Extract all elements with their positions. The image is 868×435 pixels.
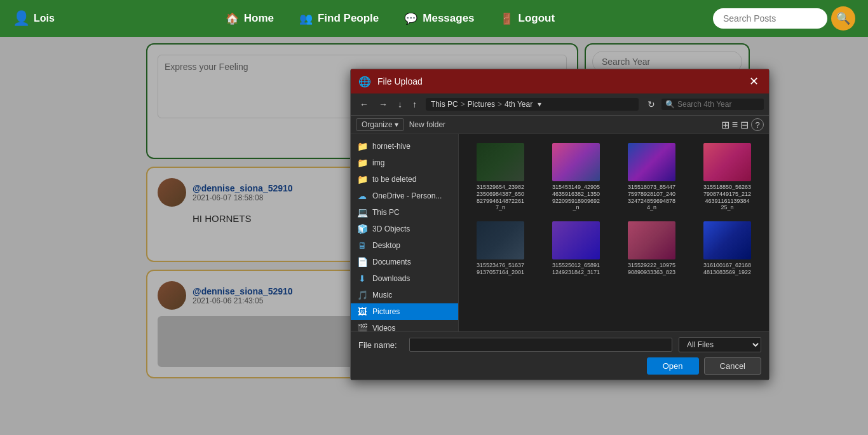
user-icon: 👤: [13, 10, 30, 27]
dialog-body: 📁 hornet-hive 📁 img 📁 to be deleted ☁ On…: [351, 134, 769, 331]
file-item[interactable]: 315525012_658911249231842_3171: [539, 218, 613, 280]
file-thumbnail: [477, 221, 524, 259]
up-button[interactable]: ↓: [394, 97, 406, 111]
nav-item-this-pc[interactable]: 💻 This PC: [351, 204, 458, 221]
filename-label: File name:: [358, 340, 403, 350]
file-thumbnail: [552, 221, 600, 259]
dialog-title: File Upload: [377, 76, 740, 86]
filename-input[interactable]: [409, 338, 672, 352]
navbar: 👤 Lois 🏠 Home 👥 Find People 💬 Messages 🚪…: [0, 0, 868, 37]
file-item[interactable]: 316100167_621684813083569_1922: [691, 218, 764, 280]
cancel-button[interactable]: Cancel: [704, 357, 761, 375]
nav-item-label: Desktop: [372, 241, 400, 250]
breadcrumb-4th-year[interactable]: 4th Year: [505, 100, 532, 109]
file-item[interactable]: 315523476_516379137057164_2001: [464, 218, 537, 280]
nav-item-onedrive[interactable]: ☁ OneDrive - Person...: [351, 188, 458, 204]
folder-icon: 📁: [357, 141, 367, 151]
breadcrumb-this-pc[interactable]: This PC: [431, 100, 458, 109]
view-details-button[interactable]: ⊟: [740, 119, 749, 131]
nav-item-downloads[interactable]: ⬇ Downloads: [351, 270, 458, 287]
3d-icon: 🧊: [357, 224, 367, 234]
nav-messages[interactable]: 💬 Messages: [404, 12, 474, 25]
nav-item-label: Documents: [372, 258, 411, 266]
file-item[interactable]: 315529222_1097590890933363_823: [615, 218, 688, 280]
filetype-select[interactable]: All Files: [679, 337, 761, 352]
nav-item-img[interactable]: 📁 img: [351, 155, 458, 171]
dialog-nav: 📁 hornet-hive 📁 img 📁 to be deleted ☁ On…: [351, 134, 459, 331]
breadcrumb-bar: This PC > Pictures > 4th Year ▾: [426, 98, 639, 111]
nav-item-3d-objects[interactable]: 🧊 3D Objects: [351, 221, 458, 237]
nav-logout[interactable]: 🚪 Logout: [500, 12, 555, 25]
help-button[interactable]: ?: [751, 118, 764, 131]
nav-item-label: 3D Objects: [372, 224, 410, 233]
dialog-toolbar: ← → ↓ ↑ This PC > Pictures > 4th Year ▾ …: [351, 93, 769, 116]
nav-item-hornet-hive[interactable]: 📁 hornet-hive: [351, 138, 458, 155]
search-button[interactable]: 🔍: [831, 6, 855, 31]
nav-item-label: This PC: [372, 208, 400, 217]
folder-icon: 📁: [357, 158, 367, 168]
open-button[interactable]: Open: [647, 357, 699, 375]
nav-username: Lois: [34, 13, 55, 24]
videos-icon: 🎬: [357, 323, 367, 331]
file-item[interactable]: 315518073_8544775978928107_2403247248596…: [615, 139, 688, 215]
nav-item-label: OneDrive - Person...: [372, 191, 442, 200]
dialog-bottom: File name: All Files Open Cancel: [351, 331, 769, 380]
view-large-button[interactable]: ⊞: [721, 119, 729, 131]
nav-search-area: 🔍: [713, 6, 855, 31]
view-list-button[interactable]: ≡: [732, 119, 738, 130]
organize-button[interactable]: Organize ▾: [356, 118, 404, 131]
cloud-icon: ☁: [357, 191, 367, 201]
nav-user: 👤 Lois: [13, 10, 55, 27]
nav-item-pictures[interactable]: 🖼 Pictures: [351, 303, 458, 320]
file-thumbnail: [703, 143, 751, 181]
refresh-button[interactable]: ↻: [644, 97, 659, 111]
organize-chevron: ▾: [395, 120, 398, 129]
nav-home[interactable]: 🏠 Home: [226, 12, 274, 25]
downloads-icon: ⬇: [357, 273, 367, 284]
nav-item-documents[interactable]: 📄 Documents: [351, 254, 458, 270]
forward-button[interactable]: →: [375, 97, 391, 111]
file-item[interactable]: 315518850_5626379087449175_2124639116113…: [691, 139, 764, 215]
messages-icon: 💬: [404, 12, 417, 25]
file-item[interactable]: 315453149_429054635916382_13509220959189…: [539, 139, 613, 215]
find-people-icon: 👥: [299, 12, 313, 25]
search-input[interactable]: [713, 8, 827, 29]
nav-item-videos[interactable]: 🎬 Videos: [351, 320, 458, 331]
new-folder-button[interactable]: New folder: [409, 120, 445, 129]
music-icon: 🎵: [357, 290, 367, 300]
view-buttons: ⊞ ≡ ⊟ ?: [721, 118, 764, 131]
file-name: 315518073_8544775978928107_2403247248596…: [628, 184, 675, 211]
nav-find-people[interactable]: 👥 Find People: [299, 12, 379, 25]
nav-item-desktop[interactable]: 🖥 Desktop: [351, 237, 458, 254]
folder-icon: 📁: [357, 174, 367, 184]
breadcrumb-pictures[interactable]: Pictures: [468, 100, 495, 109]
nav-item-to-be-deleted[interactable]: 📁 to be deleted: [351, 171, 458, 188]
filename-row: File name: All Files: [358, 337, 761, 352]
file-name: 315329654_2398223506984387_6508279946148…: [477, 184, 524, 211]
dialog-titlebar: 🌐 File Upload ✕: [351, 69, 769, 93]
file-name: 315525012_658911249231842_3171: [552, 262, 600, 276]
nav-item-label: to be deleted: [372, 175, 416, 184]
dialog-files: 315329654_2398223506984387_6508279946148…: [459, 134, 769, 331]
file-upload-icon: 🌐: [358, 76, 371, 88]
pictures-icon: 🖼: [357, 307, 367, 317]
dialog-close-button[interactable]: ✕: [747, 74, 761, 88]
nav-item-label: img: [372, 158, 384, 167]
file-name: 316100167_621684813083569_1922: [703, 262, 751, 276]
file-item[interactable]: 315329654_2398223506984387_6508279946148…: [464, 139, 537, 215]
file-name: 315518850_5626379087449175_2124639116113…: [703, 184, 751, 211]
file-name: 315453149_429054635916382_13509220959189…: [552, 184, 600, 211]
nav-item-music[interactable]: 🎵 Music: [351, 287, 458, 303]
updir-button[interactable]: ↑: [409, 97, 421, 111]
file-thumbnail: [477, 143, 524, 181]
dialog-overlay: 🌐 File Upload ✕ ← → ↓ ↑ This PC > Pictur…: [0, 37, 868, 435]
file-name: 315529222_1097590890933363_823: [628, 262, 675, 276]
breadcrumb-chevron[interactable]: ▾: [538, 100, 541, 109]
dialog-search-input[interactable]: [677, 100, 760, 109]
file-dialog: 🌐 File Upload ✕ ← → ↓ ↑ This PC > Pictur…: [350, 69, 770, 380]
back-button[interactable]: ←: [356, 97, 372, 111]
nav-item-label: Downloads: [372, 274, 410, 283]
logout-icon: 🚪: [500, 12, 513, 25]
dialog-search: 🔍: [661, 99, 764, 110]
organize-row: Organize ▾ New folder ⊞ ≡ ⊟ ?: [351, 116, 769, 134]
